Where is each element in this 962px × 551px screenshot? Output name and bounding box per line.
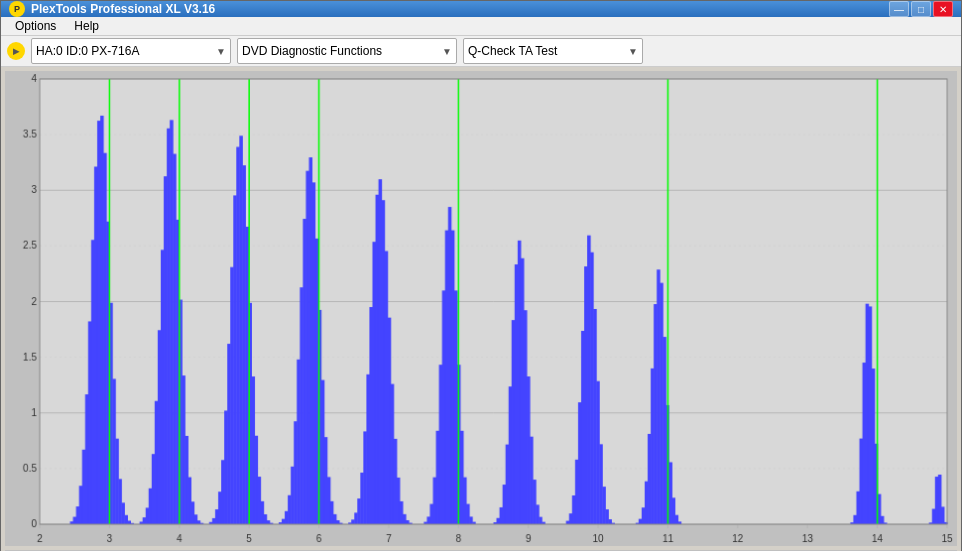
test-selector[interactable]: Q-Check TA Test ▼ (463, 38, 643, 64)
drive-selector[interactable]: HA:0 ID:0 PX-716A ▼ (31, 38, 231, 64)
close-button[interactable]: ✕ (933, 1, 953, 17)
drive-icon: ▶ (7, 42, 25, 60)
drive-selector-label: HA:0 ID:0 PX-716A (36, 44, 139, 58)
maximize-button[interactable]: □ (911, 1, 931, 17)
menu-bar: Options Help (1, 17, 961, 36)
app-title: PlexTools Professional XL V3.16 (31, 2, 215, 16)
title-bar-left: P PlexTools Professional XL V3.16 (9, 1, 215, 17)
menu-help[interactable]: Help (66, 17, 107, 35)
upper-chart (5, 71, 957, 546)
test-selector-chevron: ▼ (628, 46, 638, 57)
app-window: P PlexTools Professional XL V3.16 — □ ✕ … (0, 0, 962, 551)
function-selector-label: DVD Diagnostic Functions (242, 44, 382, 58)
test-selector-label: Q-Check TA Test (468, 44, 557, 58)
minimize-button[interactable]: — (889, 1, 909, 17)
drive-selector-chevron: ▼ (216, 46, 226, 57)
function-selector-chevron: ▼ (442, 46, 452, 57)
menu-options[interactable]: Options (7, 17, 64, 35)
app-logo-icon: P (9, 1, 25, 17)
charts-area (1, 67, 961, 551)
title-bar: P PlexTools Professional XL V3.16 — □ ✕ (1, 1, 961, 17)
toolbar: ▶ HA:0 ID:0 PX-716A ▼ DVD Diagnostic Fun… (1, 36, 961, 67)
function-selector[interactable]: DVD Diagnostic Functions ▼ (237, 38, 457, 64)
title-bar-controls: — □ ✕ (889, 1, 953, 17)
